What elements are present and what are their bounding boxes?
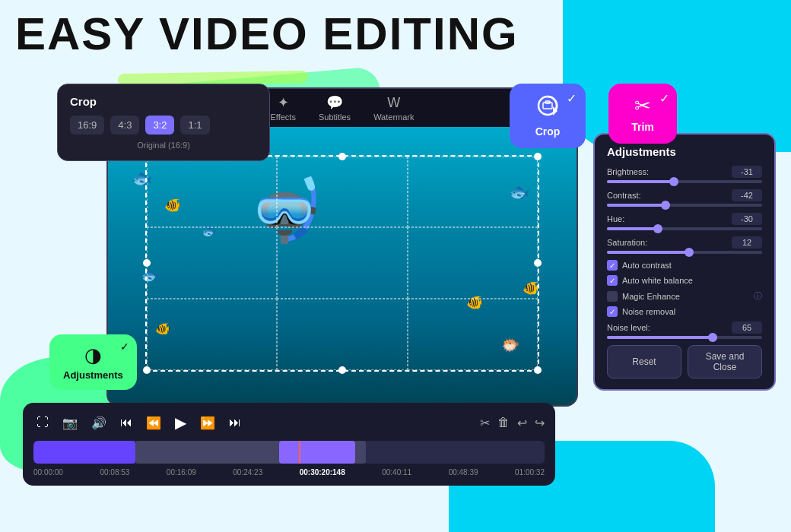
contrast-slider[interactable] bbox=[607, 204, 762, 207]
screenshot-button[interactable]: 📷 bbox=[59, 414, 81, 432]
effects-icon: ✦ bbox=[278, 94, 289, 111]
crop-handle-tr[interactable] bbox=[534, 153, 542, 160]
skip-to-end-button[interactable]: ⏭ bbox=[226, 414, 244, 431]
brightness-thumb[interactable] bbox=[669, 177, 678, 186]
video-frame: 🐟 🐠 🐟 🐠 🐟 🐠 🐡 🐟 🐠 🤿 bbox=[108, 127, 577, 405]
current-time: 00:30:20:148 bbox=[300, 468, 345, 477]
noise-removal-label: Noise removal bbox=[622, 307, 675, 316]
crop-ratio-row: 16:9 4:3 3:2 1:1 bbox=[70, 116, 257, 135]
adj-check-icon: ✓ bbox=[120, 340, 129, 353]
step-back-button[interactable]: ⏪ bbox=[143, 414, 164, 432]
magic-enhance-checkbox[interactable] bbox=[607, 291, 618, 302]
saturation-slider[interactable] bbox=[607, 251, 762, 254]
redo-button[interactable]: ↪ bbox=[535, 416, 545, 430]
auto-contrast-label: Auto contrast bbox=[622, 261, 672, 270]
main-title: EASY VIDEO EDITING bbox=[15, 8, 519, 60]
toolbar-watermark[interactable]: W Watermark bbox=[373, 95, 414, 122]
contrast-thumb[interactable] bbox=[661, 201, 670, 210]
ratio-3-2[interactable]: 3:2 bbox=[145, 116, 174, 135]
saturation-thumb[interactable] bbox=[685, 248, 694, 257]
delete-button[interactable]: 🗑 bbox=[497, 416, 510, 429]
contrast-row: Contrast: -42 bbox=[607, 189, 762, 207]
hue-row: Hue: -30 bbox=[607, 213, 762, 230]
play-button[interactable]: ▶ bbox=[172, 412, 189, 433]
adj-buttons-row: Reset Save and Close bbox=[607, 345, 762, 378]
auto-contrast-checkbox[interactable]: ✓ bbox=[607, 260, 618, 271]
magic-enhance-row[interactable]: Magic Enhance ⓘ bbox=[607, 290, 762, 302]
crop-cell bbox=[147, 157, 277, 228]
auto-white-checkbox[interactable]: ✓ bbox=[607, 275, 618, 286]
adj-action-label: Adjustments bbox=[63, 369, 123, 381]
crop-panel: Crop 16:9 4:3 3:2 1:1 Original (16:9) bbox=[57, 84, 270, 161]
crop-handle-bm[interactable] bbox=[338, 366, 346, 374]
timestamp-2: 00:16:09 bbox=[167, 468, 196, 477]
timestamp-7: 01:00:32 bbox=[515, 468, 545, 477]
noise-level-slider[interactable] bbox=[607, 336, 762, 339]
auto-contrast-row[interactable]: ✓ Auto contrast bbox=[607, 260, 762, 271]
toolbar-effects[interactable]: ✦ Effects bbox=[270, 94, 295, 122]
timeline-controls: ⛶ 📷 🔊 ⏮ ⏪ ▶ ⏩ ⏭ ✂ 🗑 ↩ ↪ bbox=[33, 412, 545, 433]
watermark-label: Watermark bbox=[373, 112, 414, 122]
noise-level-value[interactable]: 65 bbox=[732, 321, 762, 334]
crop-check-icon: ✓ bbox=[567, 91, 577, 106]
ratio-1-1[interactable]: 1:1 bbox=[180, 116, 209, 135]
volume-button[interactable]: 🔊 bbox=[88, 414, 110, 432]
crop-cell bbox=[277, 299, 407, 370]
brightness-slider[interactable] bbox=[607, 180, 762, 183]
noise-removal-row[interactable]: ✓ Noise removal bbox=[607, 306, 762, 317]
timeline-track-1[interactable] bbox=[33, 441, 545, 464]
noise-removal-checkbox[interactable]: ✓ bbox=[607, 306, 618, 317]
crop-cell bbox=[277, 157, 407, 228]
subtitles-icon: 💬 bbox=[326, 94, 343, 111]
playhead[interactable] bbox=[299, 441, 300, 464]
subtitles-label: Subtitles bbox=[319, 112, 351, 122]
watermark-icon: W bbox=[387, 95, 400, 111]
crop-handle-tm[interactable] bbox=[338, 153, 346, 160]
undo-button[interactable]: ↩ bbox=[517, 416, 527, 430]
trim-action-label: Trim bbox=[631, 121, 654, 133]
contrast-value[interactable]: -42 bbox=[732, 189, 762, 201]
crop-overlay[interactable] bbox=[145, 155, 538, 372]
trim-check-icon: ✓ bbox=[659, 91, 669, 106]
magic-enhance-label: Magic Enhance bbox=[622, 292, 680, 301]
timestamp-3: 00:24:23 bbox=[233, 468, 262, 477]
auto-white-label: Auto white balance bbox=[622, 276, 693, 285]
ratio-4-3[interactable]: 4:3 bbox=[110, 116, 139, 135]
adjustments-title: Adjustments bbox=[607, 145, 762, 158]
timestamp-1: 00:08:53 bbox=[100, 468, 129, 477]
toolbar-subtitles[interactable]: 💬 Subtitles bbox=[319, 94, 351, 122]
noise-level-row: Noise level: 65 bbox=[607, 321, 762, 339]
noise-level-fill bbox=[607, 336, 716, 339]
bg-cyan-rect bbox=[563, 0, 791, 152]
save-close-button[interactable]: Save and Close bbox=[688, 345, 762, 378]
auto-white-row[interactable]: ✓ Auto white balance bbox=[607, 275, 762, 286]
hue-slider[interactable] bbox=[607, 227, 762, 230]
cut-button[interactable]: ✂ bbox=[480, 416, 490, 430]
saturation-fill bbox=[607, 251, 692, 254]
crop-handle-mr[interactable] bbox=[534, 259, 542, 267]
skip-to-start-button[interactable]: ⏮ bbox=[117, 414, 135, 431]
hue-thumb[interactable] bbox=[653, 224, 662, 233]
timestamp-0: 00:00:00 bbox=[33, 468, 63, 477]
crop-action-button[interactable]: ✓ Crop bbox=[510, 84, 586, 148]
saturation-row: Saturation: 12 bbox=[607, 236, 762, 254]
crop-cell bbox=[408, 157, 538, 228]
brightness-value[interactable]: -31 bbox=[732, 166, 762, 178]
brightness-label: Brightness: bbox=[607, 167, 649, 176]
timeline-area: ⛶ 📷 🔊 ⏮ ⏪ ▶ ⏩ ⏭ ✂ 🗑 ↩ ↪ 00:00:00 00:08:5… bbox=[23, 403, 555, 486]
reset-button[interactable]: Reset bbox=[607, 345, 681, 378]
timestamp-6: 00:48:39 bbox=[449, 468, 478, 477]
saturation-value[interactable]: 12 bbox=[732, 236, 762, 249]
crop-handle-br[interactable] bbox=[534, 366, 542, 374]
fullscreen-button[interactable]: ⛶ bbox=[33, 414, 52, 431]
adjustments-action-button[interactable]: ✓ ◑ Adjustments bbox=[49, 334, 137, 390]
ratio-16-9[interactable]: 16:9 bbox=[70, 116, 104, 135]
trim-action-button[interactable]: ✓ ✂ Trim bbox=[608, 84, 677, 144]
crop-cell bbox=[277, 227, 407, 299]
crop-rotate-icon bbox=[536, 94, 559, 122]
crop-original-label: Original (16:9) bbox=[70, 141, 257, 150]
hue-value[interactable]: -30 bbox=[732, 213, 762, 225]
step-forward-button[interactable]: ⏩ bbox=[197, 414, 218, 432]
magic-enhance-info-icon: ⓘ bbox=[754, 290, 762, 302]
noise-level-thumb[interactable] bbox=[708, 333, 717, 342]
